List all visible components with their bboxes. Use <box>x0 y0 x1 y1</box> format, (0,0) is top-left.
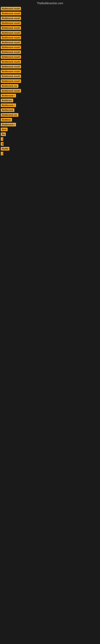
list-item[interactable]: Bottleneck r <box>1 94 99 98</box>
list-item[interactable]: | <box>1 137 99 141</box>
items-container: Bottleneck resultBottleneck resultBottle… <box>0 7 100 155</box>
bottleneck-badge[interactable]: Bottleneck result <box>1 50 21 54</box>
bottleneck-badge[interactable]: Bottle <box>1 147 9 150</box>
list-item[interactable]: Bottleneck res <box>1 113 99 117</box>
bottleneck-badge[interactable]: Bottleneck result <box>1 60 21 64</box>
list-item[interactable]: Bottleneck result <box>1 74 99 78</box>
list-item[interactable]: Bottleneck result <box>1 46 99 49</box>
list-item[interactable]: Bo <box>1 132 99 136</box>
list-item[interactable]: Bottleneck <box>1 108 99 112</box>
bottleneck-badge[interactable]: Bottleneck result <box>1 31 21 34</box>
list-item[interactable]: Bottleneck result <box>1 79 99 83</box>
list-item[interactable]: Bott <box>1 128 99 131</box>
list-item[interactable]: Bottlenec <box>1 98 99 102</box>
list-item[interactable]: Bottle <box>1 147 99 150</box>
bottleneck-badge[interactable]: Bottlenec <box>1 98 13 102</box>
bottleneck-badge[interactable]: Bottleneck r <box>1 104 16 107</box>
bottleneck-badge[interactable]: Bottleneck result <box>1 21 21 25</box>
list-item[interactable]: Bottleneck result <box>1 41 99 44</box>
bottleneck-badge[interactable]: Bottleneck result <box>1 74 21 78</box>
list-item[interactable]: Bottleneck result <box>1 65 99 68</box>
bottleneck-badge[interactable]: Bottleneck result <box>1 16 21 20</box>
list-item[interactable]: Bottleneck res <box>1 84 99 88</box>
list-item[interactable]: Bottleneck result <box>1 60 99 64</box>
bottleneck-badge[interactable]: Bottleneck result <box>1 55 21 59</box>
bottleneck-badge[interactable]: | <box>1 137 3 141</box>
bottleneck-badge[interactable]: B <box>1 142 3 146</box>
site-title: TheBottlenecker.com <box>0 0 100 6</box>
list-item[interactable]: Bottleneck result <box>1 36 99 40</box>
list-item[interactable]: Bottleneck result <box>1 16 99 20</box>
bottleneck-badge[interactable]: Bottleneck result <box>1 26 21 30</box>
list-item[interactable]: | <box>1 152 99 155</box>
bottleneck-badge[interactable]: Bott <box>1 128 8 131</box>
list-item[interactable]: Bottleneck result <box>1 21 99 25</box>
bottleneck-badge[interactable]: Bottleneck r <box>1 94 16 98</box>
list-item[interactable]: Bottleneck result <box>1 12 99 15</box>
bottleneck-badge[interactable]: Bottleneck result <box>1 89 21 92</box>
bottleneck-badge[interactable]: Bottleneck result <box>1 41 21 44</box>
bottleneck-badge[interactable]: Bottleneck r <box>1 123 16 126</box>
bottleneck-badge[interactable]: Bottleneck result <box>1 7 21 10</box>
list-item[interactable]: Bottleneck result <box>1 31 99 34</box>
list-item[interactable]: Bottleneck r <box>1 123 99 126</box>
bottleneck-badge[interactable]: Bottleneck result <box>1 79 21 83</box>
bottleneck-badge[interactable]: Bottleneck res <box>1 113 18 117</box>
bottleneck-badge[interactable]: Bottleneck result <box>1 12 21 15</box>
list-item[interactable]: Bottleneck result <box>1 7 99 10</box>
bottleneck-badge[interactable]: Bottlene <box>1 118 12 122</box>
list-item[interactable]: Bottlene <box>1 118 99 122</box>
bottleneck-badge[interactable]: Bottleneck result <box>1 65 21 68</box>
list-item[interactable]: Bottleneck result <box>1 50 99 54</box>
list-item[interactable]: B <box>1 142 99 146</box>
bottleneck-badge[interactable]: | <box>1 152 3 155</box>
list-item[interactable]: Bottleneck result <box>1 55 99 59</box>
bottleneck-badge[interactable]: Bottleneck <box>1 108 14 112</box>
list-item[interactable]: Bottleneck result <box>1 26 99 30</box>
bottleneck-badge[interactable]: Bottleneck res <box>1 84 18 88</box>
bottleneck-badge[interactable]: Bo <box>1 132 6 136</box>
list-item[interactable]: Bottleneck result <box>1 89 99 92</box>
bottleneck-badge[interactable]: Bottleneck result <box>1 36 21 40</box>
list-item[interactable]: Bottleneck result <box>1 70 99 73</box>
bottleneck-badge[interactable]: Bottleneck result <box>1 46 21 49</box>
bottleneck-badge[interactable]: Bottleneck result <box>1 70 21 73</box>
list-item[interactable]: Bottleneck r <box>1 104 99 107</box>
